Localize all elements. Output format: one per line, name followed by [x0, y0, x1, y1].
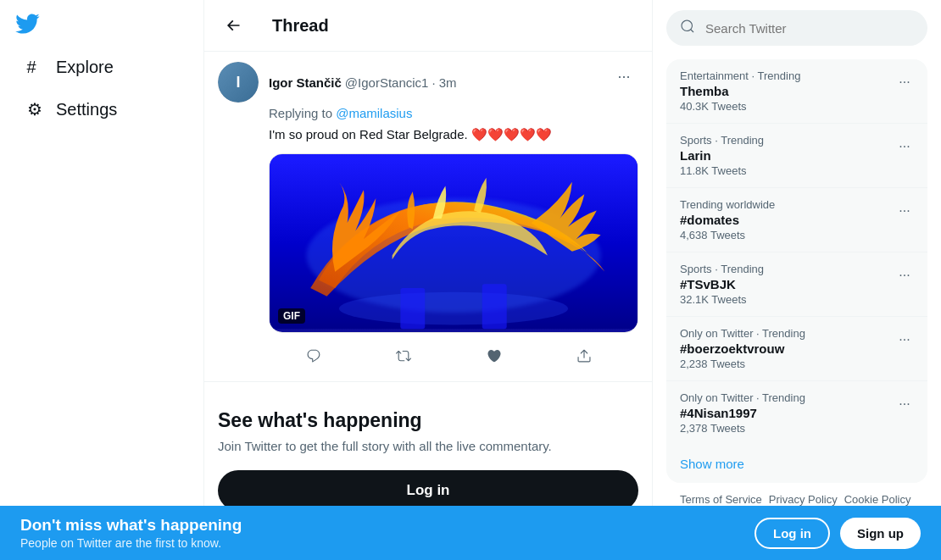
banner-login-button[interactable]: Log in	[754, 518, 830, 549]
svg-rect-3	[400, 288, 425, 329]
banner-text: Don't miss what's happening People on Tw…	[20, 516, 242, 550]
tweet-hearts: ❤️❤️❤️❤️❤️	[471, 127, 552, 141]
cta-subtitle: Join Twitter to get the full story with …	[218, 439, 638, 453]
svg-point-2	[339, 291, 568, 324]
tweet-author-info: Igor Stančič @IgorStancic1 · 3m	[269, 75, 456, 90]
retweet-button[interactable]	[391, 343, 416, 371]
trend-name: #4Nisan1997	[680, 406, 914, 420]
tweet-text: I'm so proud on Red Star Belgrade. ❤️❤️❤…	[269, 125, 638, 145]
search-input[interactable]	[705, 21, 914, 36]
tweet-body: Replying to @mamilasius I'm so proud on …	[269, 106, 638, 371]
settings-icon: ⚙	[20, 98, 42, 120]
bottom-banner: Don't miss what's happening People on Tw…	[0, 506, 941, 560]
svg-rect-4	[482, 284, 507, 329]
login-button[interactable]: Log in	[218, 470, 638, 507]
trend-meta: Only on Twitter · Trending	[680, 327, 914, 340]
footer-link[interactable]: Cookie Policy	[844, 493, 911, 506]
explore-icon: #	[20, 56, 42, 78]
trend-count: 2,238 Tweets	[680, 358, 914, 370]
trend-name: #domates	[680, 213, 914, 227]
author-name[interactable]: Igor Stančič	[269, 75, 342, 90]
thread-title: Thread	[272, 16, 329, 36]
trend-more-button[interactable]: ···	[892, 263, 917, 288]
more-options-button[interactable]: ···	[610, 62, 638, 91]
thread-header: Thread	[204, 0, 652, 52]
cta-section: See what's happening Join Twitter to get…	[204, 382, 652, 507]
tweet-actions	[269, 343, 629, 371]
search-icon	[680, 19, 695, 37]
trend-item[interactable]: Sports · Trending Larin 11.8K Tweets ···	[666, 124, 927, 188]
banner-signup-button[interactable]: Sign up	[840, 518, 921, 549]
back-button[interactable]	[218, 10, 248, 41]
tweet-gif: GIF	[270, 154, 638, 332]
trend-item[interactable]: Trending worldwide #domates 4,638 Tweets…	[666, 188, 927, 252]
trend-more-button[interactable]: ···	[892, 134, 917, 159]
tweet-time: ·	[432, 75, 435, 90]
search-box[interactable]	[666, 10, 927, 46]
trend-count: 4,638 Tweets	[680, 229, 914, 241]
avatar: I	[218, 62, 259, 103]
sidebar-item-settings[interactable]: ⚙ Settings	[10, 90, 193, 129]
footer-links: Terms of ServicePrivacy PolicyCookie Pol…	[666, 483, 927, 506]
trend-more-button[interactable]: ···	[892, 391, 917, 417]
trend-meta: Sports · Trending	[680, 134, 914, 147]
banner-subtitle: People on Twitter are the first to know.	[20, 536, 242, 550]
trend-item[interactable]: Only on Twitter · Trending #boerzoektvro…	[666, 317, 927, 381]
trend-meta: Only on Twitter · Trending	[680, 391, 914, 404]
sidebar-item-explore-label: Explore	[56, 58, 114, 77]
show-more-button[interactable]: Show more	[666, 445, 927, 483]
footer-link[interactable]: Privacy Policy	[769, 493, 838, 506]
trend-more-button[interactable]: ···	[892, 69, 917, 95]
reply-icon	[306, 348, 321, 366]
sidebar-item-settings-label: Settings	[56, 100, 117, 119]
trend-count: 11.8K Tweets	[680, 164, 914, 177]
banner-actions: Log in Sign up	[754, 518, 921, 549]
share-button[interactable]	[571, 343, 597, 371]
trend-item[interactable]: Entertainment · Trending Themba 40.3K Tw…	[666, 59, 927, 124]
tweet-timestamp: 3m	[439, 75, 457, 90]
trend-name: Larin	[680, 148, 914, 163]
tweet-image: GIF	[269, 153, 638, 333]
tweet-container: I Igor Stančič @IgorStancic1 · 3m ···	[204, 52, 652, 382]
right-sidebar: Entertainment · Trending Themba 40.3K Tw…	[653, 0, 941, 506]
trend-meta: Trending worldwide	[680, 198, 914, 211]
trend-meta: Sports · Trending	[680, 263, 914, 275]
trend-meta: Entertainment · Trending	[680, 69, 914, 82]
reply-to: Replying to @mamilasius	[269, 106, 638, 120]
cta-title: See what's happening	[218, 409, 638, 432]
trend-item[interactable]: Only on Twitter · Trending #4Nisan1997 2…	[666, 381, 927, 445]
footer-link[interactable]: Terms of Service	[680, 493, 762, 506]
tweet-header: I Igor Stančič @IgorStancic1 · 3m ···	[218, 62, 638, 103]
trend-count: 32.1K Tweets	[680, 293, 914, 306]
retweet-icon	[396, 348, 411, 366]
trends-card: Entertainment · Trending Themba 40.3K Tw…	[666, 59, 927, 483]
banner-title: Don't miss what's happening	[20, 516, 242, 535]
trends-list: Entertainment · Trending Themba 40.3K Tw…	[666, 59, 927, 445]
twitter-logo[interactable]	[10, 7, 44, 41]
tweet-author: I Igor Stančič @IgorStancic1 · 3m	[218, 62, 456, 103]
sidebar-item-explore[interactable]: # Explore	[10, 47, 193, 86]
trend-more-button[interactable]: ···	[892, 198, 917, 224]
trend-name: Themba	[680, 84, 914, 98]
reply-button[interactable]	[301, 343, 326, 371]
share-icon	[576, 348, 592, 366]
main-content: Thread I Igor Stančič @IgorStancic1 · 3m	[203, 0, 653, 506]
trend-count: 40.3K Tweets	[680, 100, 914, 113]
left-sidebar: # Explore ⚙ Settings	[0, 0, 203, 506]
author-handle: @IgorStancic1	[345, 75, 429, 90]
trend-count: 2,378 Tweets	[680, 422, 914, 435]
trend-item[interactable]: Sports · Trending #TSvBJK 32.1K Tweets ·…	[666, 252, 927, 317]
trend-more-button[interactable]: ···	[892, 327, 917, 352]
like-icon	[487, 348, 502, 366]
gif-badge: GIF	[278, 308, 305, 324]
reply-to-handle[interactable]: @mamilasius	[336, 106, 412, 120]
author-name-row: Igor Stančič @IgorStancic1 · 3m	[269, 75, 456, 90]
trend-name: #boerzoektvrouw	[680, 341, 914, 356]
trend-name: #TSvBJK	[680, 277, 914, 291]
like-button[interactable]	[482, 343, 507, 371]
